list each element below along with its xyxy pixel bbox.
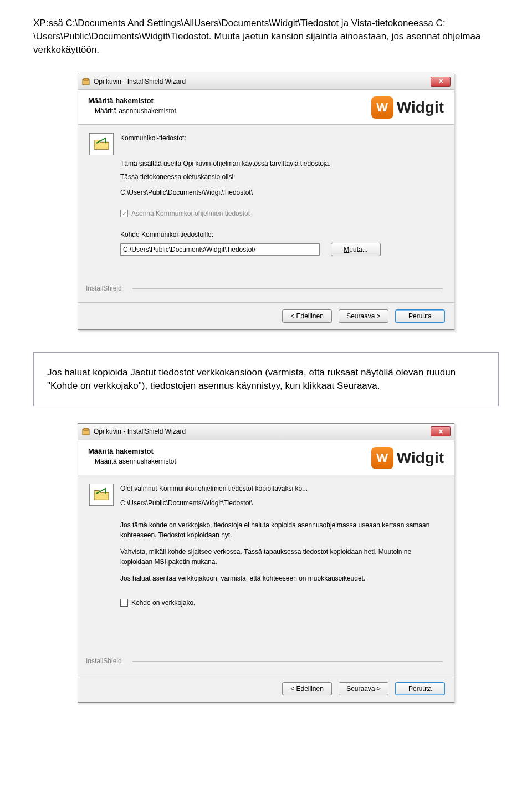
change-button[interactable]: Muuta... bbox=[331, 243, 381, 256]
default-path: C:\Users\Public\Documents\Widgit\Tiedost… bbox=[120, 187, 443, 197]
installer-icon bbox=[81, 77, 90, 86]
destination-input[interactable] bbox=[120, 243, 320, 256]
installshield-label: InstallShield bbox=[86, 284, 122, 292]
checkbox-icon: ✓ bbox=[120, 210, 128, 217]
next-button[interactable]: Seuraava > bbox=[339, 309, 388, 323]
intro-paragraph: XP:ssä C:\Documents And Settings\AllUser… bbox=[33, 17, 499, 56]
titlebar: Opi kuvin - InstallShield Wizard ✕ bbox=[78, 424, 454, 440]
desc-line-1: Tämä sisältää useita Opi kuvin-ohjelman … bbox=[120, 159, 443, 169]
files-label: Kommunikoi-tiedostot: bbox=[120, 133, 186, 143]
installshield-label: InstallShield bbox=[86, 657, 122, 665]
dialog-footer: < Edellinen Seuraava > Peruuta bbox=[78, 675, 454, 702]
selected-text: Olet valinnut Kommunikoi-ohjelmien tiedo… bbox=[120, 484, 308, 494]
mid-instruction-text: Jos haluat kopioida Jaetut tiedostot ver… bbox=[47, 367, 456, 391]
selected-path: C:\Users\Public\Documents\Widgit\Tiedost… bbox=[120, 498, 308, 508]
divider bbox=[132, 661, 443, 662]
installer-icon bbox=[81, 427, 90, 436]
mid-instruction-box: Jos haluat kopioida Jaetut tiedostot ver… bbox=[33, 352, 499, 406]
window-title: Opi kuvin - InstallShield Wizard bbox=[94, 78, 186, 85]
header-title: Määritä hakemistot bbox=[88, 96, 371, 105]
header-title: Määritä hakemistot bbox=[88, 447, 371, 455]
dialog-body: Olet valinnut Kommunikoi-ohjelmien tiedo… bbox=[78, 475, 454, 675]
close-button[interactable]: ✕ bbox=[431, 426, 451, 436]
header-subtitle: Määritä asennushakemistot. bbox=[95, 458, 371, 465]
header-subtitle: Määritä asennushakemistot. bbox=[95, 107, 371, 115]
dialog-body: Kommunikoi-tiedostot: Tämä sisältää usei… bbox=[78, 125, 454, 302]
paragraph-1: Jos tämä kohde on verkkojako, tiedostoja… bbox=[120, 520, 443, 540]
dialog-footer: < Edellinen Seuraava > Peruuta bbox=[78, 302, 454, 329]
widgit-logo: W Widgit bbox=[371, 96, 444, 119]
widgit-badge-icon: W bbox=[371, 96, 393, 119]
close-button[interactable]: ✕ bbox=[431, 77, 451, 87]
paragraph-2: Vahvista, mikäli kohde sijaitsee verkoss… bbox=[120, 547, 443, 567]
checkbox-label: Kohde on verkkojako. bbox=[131, 599, 195, 607]
titlebar: Opi kuvin - InstallShield Wizard ✕ bbox=[78, 73, 454, 90]
desc-line-2: Tässä tietokoneessa oletuskansio olisi: bbox=[120, 172, 443, 182]
divider bbox=[132, 288, 443, 289]
installer-dialog-2: Opi kuvin - InstallShield Wizard ✕ Määri… bbox=[78, 423, 454, 703]
window-title: Opi kuvin - InstallShield Wizard bbox=[94, 428, 186, 435]
svg-rect-1 bbox=[84, 78, 88, 80]
folder-icon bbox=[89, 133, 114, 155]
widgit-logo-text: Widgit bbox=[397, 99, 444, 116]
change-btn-rest: uuta... bbox=[349, 246, 367, 253]
dialog-header: Määritä hakemistot Määritä asennushakemi… bbox=[78, 90, 454, 125]
cancel-button[interactable]: Peruuta bbox=[395, 682, 445, 695]
widgit-badge-icon: W bbox=[371, 447, 393, 469]
checkbox-icon[interactable] bbox=[120, 599, 128, 607]
back-button[interactable]: < Edellinen bbox=[282, 309, 332, 323]
checkbox-label: Asenna Kommunikoi-ohjelmien tiedostot bbox=[131, 210, 250, 217]
cancel-button[interactable]: Peruuta bbox=[395, 309, 445, 323]
checkbox-install-files: ✓ Asenna Kommunikoi-ohjelmien tiedostot bbox=[120, 210, 443, 217]
folder-icon bbox=[89, 484, 114, 506]
widgit-logo-text: Widgit bbox=[397, 449, 444, 467]
destination-label: Kohde Kommunikoi-tiedostoille: bbox=[120, 230, 443, 240]
widgit-logo: W Widgit bbox=[371, 447, 444, 469]
svg-rect-3 bbox=[84, 428, 88, 430]
installer-dialog-1: Opi kuvin - InstallShield Wizard ✕ Määri… bbox=[78, 73, 454, 330]
back-button[interactable]: < Edellinen bbox=[282, 682, 332, 695]
next-button[interactable]: Seuraava > bbox=[339, 682, 388, 695]
checkbox-network-share[interactable]: Kohde on verkkojako. bbox=[120, 599, 443, 607]
dialog-header: Määritä hakemistot Määritä asennushakemi… bbox=[78, 440, 454, 475]
paragraph-3: Jos haluat asentaa verkkojakoon, varmist… bbox=[120, 573, 443, 583]
